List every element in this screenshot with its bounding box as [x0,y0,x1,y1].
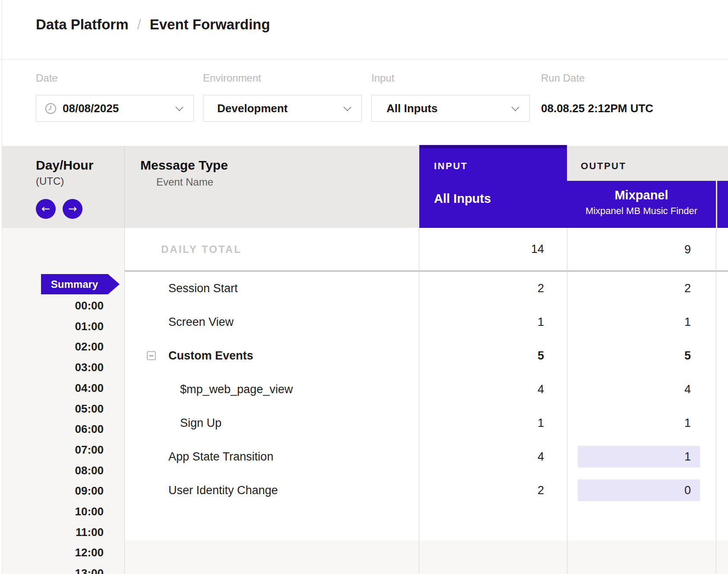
environment-filter-label: Environment [203,72,261,84]
output-count-cell: 2 [567,271,716,305]
previous-day-button[interactable]: ← [36,199,56,219]
date-dropdown[interactable]: 08/08/2025 [36,95,194,122]
hour-row-selector[interactable]: 01:00 [2,320,104,332]
run-date-label: Run Date [541,72,585,84]
output-count-value: 0 [684,484,691,497]
column-border [716,228,716,574]
input-count-cell: 2 [419,473,567,507]
hours-rail: Summary 00:0001:0002:0003:0004:0005:0006… [2,228,124,574]
mixpanel-column-name: Mixpanel [567,188,716,202]
table-row: Custom Events55 [124,339,728,372]
chevron-down-icon [511,103,519,111]
day-hour-subtitle: (UTC) [36,175,64,187]
event-name-label: $mp_web_page_view [180,383,293,396]
table-row: App State Transition41 [124,440,728,473]
dropped-count-highlight [578,446,700,467]
output-count-value: 1 [684,416,691,430]
mixpanel-column-header: Mixpanel Mixpanel MB Music Finder [567,181,716,228]
event-name-subtitle: Event Name [156,176,213,188]
output-count-cell: 4 [567,372,716,406]
hour-row-selector[interactable]: 08:00 [2,464,104,476]
hour-row-selector[interactable]: 05:00 [2,403,104,415]
output-count-value: 5 [684,349,691,363]
input-filter-label: Input [371,72,394,84]
event-name-label: App State Transition [168,450,273,464]
hour-row-selector[interactable]: 11:00 [2,526,104,538]
environment-dropdown[interactable]: Development [203,95,362,122]
hour-row-selector[interactable]: 02:00 [2,341,104,353]
message-type-header: Message Type [140,158,228,173]
output-count-value: 2 [684,282,691,295]
daily-total-row: DAILY TOTAL 14 9 [124,228,728,271]
event-name-label: Session Start [168,282,238,295]
output-count-cell: 1 [567,440,716,473]
hour-row-selector[interactable]: 12:00 [2,546,104,558]
next-day-button[interactable]: → [63,199,82,219]
event-name-label: Custom Events [168,349,253,363]
output-count-value: 4 [684,383,691,396]
table-row: Sign Up11 [124,406,728,440]
page-title: Event Forwarding [150,16,270,32]
header-divider [0,59,728,60]
column-border [567,228,567,574]
environment-value: Development [217,102,288,115]
output-count-cell: 0 [567,473,716,507]
daily-total-output-value: 9 [684,243,691,256]
summary-row-selector[interactable]: Summary [41,274,120,294]
dropped-count-highlight [578,479,700,501]
output-count-cell: 1 [567,406,716,440]
hour-row-selector[interactable]: 04:00 [2,382,104,394]
input-count-cell: 4 [419,440,567,473]
column-border [419,228,419,574]
input-column-title: All Inputs [434,192,491,206]
output-count-value: 1 [684,450,691,464]
input-count-cell: 5 [419,339,567,372]
input-section-label: INPUT [434,161,468,172]
run-date-value: 08.08.25 2:12PM UTC [541,95,653,122]
hour-row-selector[interactable]: 13:00 [2,567,104,574]
table-row: Screen View11 [124,305,728,339]
collapse-toggle-icon[interactable] [147,351,156,360]
date-value: 08/08/2025 [63,102,119,115]
input-dropdown[interactable]: All Inputs [371,95,530,122]
output-count-cell: 5 [567,339,716,372]
arrow-right-icon: → [68,204,77,214]
input-column-header: INPUT All Inputs [419,148,567,228]
hour-row-selector[interactable]: 09:00 [2,485,104,497]
event-name-label: User Identity Change [168,484,278,497]
table-row: $mp_web_page_view44 [124,372,728,406]
breadcrumb: Data Platform/Event Forwarding [36,16,270,33]
chevron-down-icon [343,103,351,111]
output-count-cell: 1 [567,305,716,339]
column-border [124,146,125,574]
table-row: User Identity Change20 [124,473,728,507]
output-count-value: 1 [684,315,691,329]
hour-row-selector[interactable]: 07:00 [2,444,104,456]
breadcrumb-section[interactable]: Data Platform [36,16,129,32]
date-filter-label: Date [36,72,58,84]
hour-row-selector[interactable]: 06:00 [2,423,104,435]
input-count-cell: 1 [419,305,567,339]
event-name-label: Screen View [168,315,234,329]
hour-row-selector[interactable]: 00:00 [2,300,104,312]
input-value: All Inputs [386,102,437,115]
event-forwarding-page: Data Platform/Event Forwarding Date Envi… [0,0,728,574]
arrow-left-icon: ← [41,204,50,214]
clock-icon [45,103,57,114]
input-count-cell: 4 [419,372,567,406]
breadcrumb-separator: / [129,16,150,32]
empty-rows-band [124,540,728,574]
mixpanel-column-subtitle: Mixpanel MB Music Finder [567,205,716,217]
hour-row-selector[interactable]: 03:00 [2,361,104,373]
event-name-label: Sign Up [180,416,222,430]
table-row: Session Start22 [124,271,728,305]
summary-label: Summary [51,278,98,290]
output-section-label: OUTPUT [581,161,626,172]
hour-row-selector[interactable]: 10:00 [2,505,104,517]
chevron-down-icon [175,103,183,111]
next-output-column-header-partial [717,181,728,228]
day-hour-header: Day/Hour [36,158,93,173]
input-count-cell: 2 [419,271,567,305]
daily-total-label: DAILY TOTAL [161,243,242,255]
daily-total-input-value: 14 [419,228,567,271]
